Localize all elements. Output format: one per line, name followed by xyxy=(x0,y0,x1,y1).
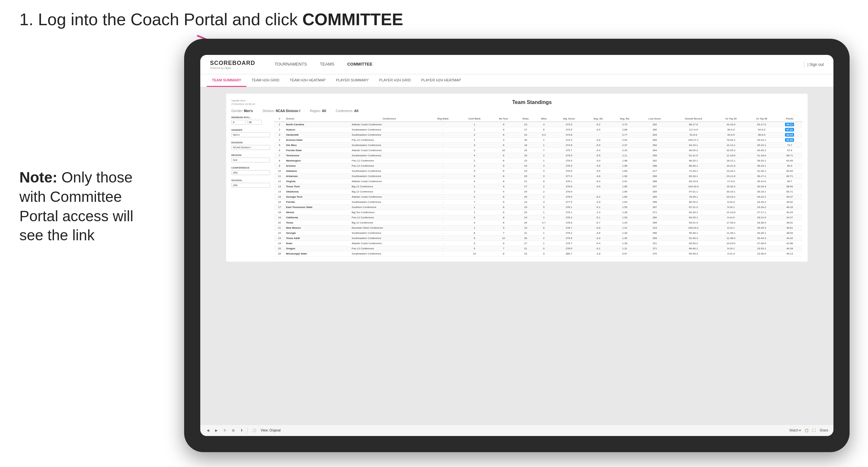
gender-filter-label: Gender xyxy=(231,128,270,131)
cell-value: 86-26-1 xyxy=(671,163,716,168)
sign-out-link[interactable]: | Sign out xyxy=(808,62,824,67)
nav-committee[interactable]: COMMITTEE xyxy=(341,55,379,74)
cell-value: 1.85 xyxy=(611,194,638,199)
toolbar-share-btn[interactable]: ⬆ xyxy=(239,428,244,433)
subnav-team-h2h-grid[interactable]: TEAM H2H GRID xyxy=(246,74,285,87)
cell-value: 34-25-2 xyxy=(746,199,777,205)
cell-value: 1.28 xyxy=(611,210,638,215)
toolbar-refresh[interactable]: ↻ xyxy=(222,428,227,433)
toolbar-clock[interactable]: 🕐 xyxy=(251,428,257,433)
cell-value: 3 xyxy=(535,168,553,174)
cell-value: 23 xyxy=(517,251,535,256)
cell-value: 10 xyxy=(491,236,516,241)
cell-value: -3.8 xyxy=(585,174,611,179)
cell-value: 47-30-0 xyxy=(746,241,777,246)
cell-value: 0 xyxy=(535,246,553,251)
cell-rank: 2 xyxy=(274,127,285,132)
logo-text: SCOREBOARD xyxy=(210,60,255,66)
cell-rank: 16 xyxy=(274,199,285,205)
cell-conference: Atlantic Coast Conference xyxy=(351,241,428,246)
cell-school: Oklahoma xyxy=(285,189,351,194)
cell-value: 3 xyxy=(458,143,491,148)
cell-value: 8 xyxy=(491,220,516,225)
cell-value: -4.0 xyxy=(585,158,611,163)
cell-school: Vanderbilt xyxy=(285,132,351,137)
cell-value: 18 xyxy=(517,143,535,148)
gender-select[interactable]: Men's Women's xyxy=(231,132,270,137)
cell-value: 265 xyxy=(638,194,671,199)
subnav-team-h2h-heatmap[interactable]: TEAM H2H HEATMAP xyxy=(285,74,331,87)
cell-value: 2 xyxy=(535,194,553,199)
toolbar-share[interactable]: Share xyxy=(819,429,828,432)
cell-value: 29-25-2 xyxy=(746,225,777,230)
cell-value: 4 xyxy=(458,179,491,184)
school-select[interactable]: (All) xyxy=(231,183,270,188)
cell-value: 9 xyxy=(491,199,516,205)
min-input-2[interactable] xyxy=(247,120,262,125)
cell-value: 279.1 xyxy=(553,210,585,215)
min-input-1[interactable] xyxy=(231,120,246,125)
cell-school: Oregon xyxy=(285,246,351,251)
toolbar-watch[interactable]: Watch ▾ xyxy=(789,429,801,432)
cell-value: 59.47 xyxy=(777,194,802,199)
toolbar-forward[interactable]: ▶ xyxy=(214,428,219,433)
cell-value: -1.8 xyxy=(585,251,611,256)
cell-value: — xyxy=(428,246,458,251)
toolbar-view-label[interactable]: View: Original xyxy=(261,429,281,432)
cell-value: 17-9-0 xyxy=(715,179,746,184)
cell-value: -1.4 xyxy=(585,210,611,215)
cell-value: — xyxy=(428,174,458,179)
cell-value: -4.6 xyxy=(585,163,611,168)
region-select[interactable]: N/A xyxy=(231,158,270,162)
cell-value: 45.02 xyxy=(777,199,802,205)
cell-value: 2 xyxy=(458,148,491,153)
filter-group-conference: Conference (All) xyxy=(231,166,270,175)
cell-conference: Big 12 Conference xyxy=(351,189,428,194)
cell-rank: 26 xyxy=(274,251,285,256)
cell-value: 265 xyxy=(638,137,671,143)
subnav-player-summary[interactable]: PLAYER SUMMARY xyxy=(331,74,374,87)
cell-value: 97-01-1 xyxy=(671,189,716,194)
nav-tournaments[interactable]: TOURNAMENTS xyxy=(268,55,313,74)
cell-rank: 22 xyxy=(274,230,285,236)
cell-value: 221 xyxy=(638,241,671,246)
cell-value: 276.3 xyxy=(553,163,585,168)
cell-value: 267 xyxy=(638,205,671,210)
cell-value: 73.7 xyxy=(777,143,802,148)
subnav-player-h2h-heatmap[interactable]: PLAYER H2H HEATMAP xyxy=(416,74,466,87)
cell-value: 9 xyxy=(491,127,516,132)
cell-value: 44.18 xyxy=(777,246,802,251)
cell-value: 83-25-1 xyxy=(671,215,716,220)
nav-teams[interactable]: TEAMS xyxy=(313,55,341,74)
subnav-player-h2h-grid[interactable]: PLAYER H2H GRID xyxy=(374,74,416,87)
cell-school: Tennessee xyxy=(285,153,351,158)
table-row: 21New MexicoMountain West Conference—191… xyxy=(274,225,802,230)
cell-value: 42-6-0 xyxy=(715,132,746,137)
cell-value: 268 xyxy=(638,179,671,184)
filter-panel: Minimum Rou... Gender Men's Women's xyxy=(231,116,270,256)
table-row: 24DukeAtlantic Coast Conference—59271279… xyxy=(274,241,802,246)
toolbar-bookmark[interactable]: ⊞ xyxy=(231,428,236,433)
toolbar-expand[interactable]: ⛶ xyxy=(812,429,816,432)
cell-value: 10 xyxy=(458,251,491,256)
division-select[interactable]: NCAA Division I xyxy=(231,145,270,150)
conference-select[interactable]: (All) xyxy=(231,170,270,175)
cell-value: 1 xyxy=(458,210,491,215)
toolbar-back[interactable]: ◀ xyxy=(206,428,211,433)
tablet-screen: SCOREBOARD Powered by clippd TOURNAMENTS… xyxy=(200,55,833,436)
cell-value: 60.71 xyxy=(777,174,802,179)
subnav-team-summary[interactable]: TEAM SUMMARY xyxy=(207,74,246,87)
filter-group-minimum: Minimum Rou... xyxy=(231,116,270,125)
cell-school: Alabama xyxy=(285,168,351,174)
cell-value: 278.9 xyxy=(553,220,585,225)
toolbar-clipboard[interactable]: 📋 xyxy=(805,429,809,432)
cell-value: 87-21-2 xyxy=(671,205,716,210)
cell-conference: Pac-12 Conference xyxy=(351,137,428,143)
cell-value: 267 xyxy=(638,184,671,189)
table-row: 25OregonPac-12 Conference—57210278.5-3.1… xyxy=(274,246,802,251)
table-row: 20TexasBig 12 Conference—38260.7278.9-0.… xyxy=(274,220,802,225)
cell-value: 270 xyxy=(638,251,671,256)
cell-value: 4 xyxy=(458,194,491,199)
cell-value: 215 xyxy=(638,225,671,230)
panel-header: Update time: 27/03/2024 16:56:26 Team St… xyxy=(231,99,802,106)
